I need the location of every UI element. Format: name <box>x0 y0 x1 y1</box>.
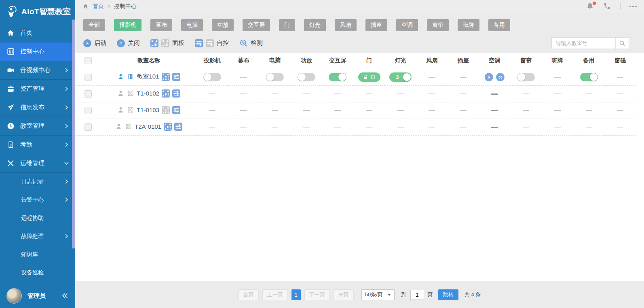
detect-button[interactable]: 检测 <box>239 39 263 47</box>
panel-on-icon[interactable] <box>150 39 158 47</box>
autocontrol-off-icon[interactable] <box>206 39 214 47</box>
jump-button[interactable]: 跳转 <box>438 289 458 300</box>
device-toggle-off[interactable] <box>517 73 535 81</box>
filter-light[interactable]: 灯光 <box>304 19 326 31</box>
row-checkbox[interactable] <box>84 123 92 131</box>
page-size-select[interactable]: 50条/页 <box>361 289 395 300</box>
door-control[interactable] <box>358 72 380 82</box>
ac-stop-button[interactable] <box>496 73 505 81</box>
chevron-down-icon <box>388 294 391 296</box>
chevron-right-icon <box>64 105 70 110</box>
panel-icon[interactable] <box>162 106 170 114</box>
start-button[interactable]: 启动 <box>83 39 106 47</box>
sidebar-item-alarm-center[interactable]: 告警中心 <box>0 191 75 209</box>
close-label: 关闭 <box>128 39 140 47</box>
collapse-sidebar-icon[interactable] <box>61 292 69 300</box>
filter-aircon[interactable]: 空调 <box>396 19 418 31</box>
row-checkbox[interactable] <box>84 74 92 81</box>
app-title: AIoT智慧教室 <box>21 6 71 17</box>
avatar[interactable] <box>6 288 22 304</box>
panel-icon[interactable] <box>162 89 170 98</box>
no-device-dash <box>429 93 435 94</box>
first-page-button[interactable]: 首页 <box>239 289 259 300</box>
device-toggle-on[interactable] <box>580 73 598 81</box>
panel-mode-group[interactable]: 面板 <box>150 39 184 47</box>
filter-curtain[interactable]: 窗帘 <box>427 19 449 31</box>
filter-screen[interactable]: 幕布 <box>150 19 172 31</box>
sidebar-item-asset-management[interactable]: 资产管理 <box>0 79 75 98</box>
prev-page-button[interactable]: 上一页 <box>262 289 288 300</box>
sidebar-item-ops-management[interactable]: 运维管理 <box>0 154 75 172</box>
sidebar-scrollbar[interactable] <box>72 19 75 249</box>
room-name[interactable]: 教室101 <box>137 73 159 81</box>
select-all-checkbox[interactable] <box>84 57 92 64</box>
column-header: 电脑 <box>259 53 291 69</box>
row-checkbox[interactable] <box>84 90 92 98</box>
search-icon[interactable] <box>615 38 629 49</box>
panel-icon[interactable] <box>164 123 172 131</box>
filter-amplifier[interactable]: 功放 <box>212 19 234 31</box>
total-count: 共 4 条 <box>465 291 481 298</box>
filter-all[interactable]: 全部 <box>83 19 105 31</box>
sidebar-item-knowledge-base[interactable]: 知识库 <box>0 245 75 263</box>
room-name[interactable]: T1-0102 <box>137 90 159 97</box>
logo-icon <box>4 4 19 19</box>
current-page[interactable]: 1 <box>291 289 301 300</box>
sidebar-item-remote-assist[interactable]: 远程协助 <box>0 209 75 227</box>
ac-start-button[interactable] <box>485 73 493 81</box>
notification-bell-icon[interactable] <box>586 2 594 11</box>
room-name[interactable]: T1-0103 <box>137 106 159 113</box>
autocontrol-icon[interactable] <box>172 89 180 98</box>
column-header: 功放 <box>291 53 322 69</box>
last-page-button[interactable]: 末页 <box>334 289 354 300</box>
filter-class-sign[interactable]: 班牌 <box>458 19 479 31</box>
sidebar-item-attendance[interactable]: 考勤 <box>0 135 75 154</box>
no-device-dash <box>272 127 278 127</box>
doc-icon <box>6 141 15 149</box>
sidebar-item-control-center[interactable]: 控制中心 <box>0 42 75 61</box>
breadcrumb-home-link[interactable]: 首页 <box>93 3 104 10</box>
phone-icon[interactable] <box>603 2 611 11</box>
light-control[interactable]: 3 <box>389 72 412 82</box>
device-toggle-off[interactable] <box>298 73 315 81</box>
room-name[interactable]: T2A-0101 <box>135 123 161 130</box>
no-device-dash <box>586 127 592 127</box>
filter-projector[interactable]: 投影机 <box>114 19 141 31</box>
panel-icon[interactable] <box>162 73 170 81</box>
autocontrol-group[interactable]: 自控 <box>195 39 229 47</box>
autocontrol-on-icon[interactable] <box>195 39 203 47</box>
chevron-right-icon <box>64 234 70 239</box>
close-button[interactable]: 关闭 <box>117 39 140 47</box>
search-input[interactable] <box>552 40 615 46</box>
filter-socket[interactable]: 插座 <box>365 19 387 31</box>
sidebar-item-home[interactable]: 首页 <box>0 23 75 42</box>
filter-computer[interactable]: 电脑 <box>181 19 203 31</box>
no-device-dash <box>209 110 215 111</box>
app-logo: AIoT智慧教室 <box>0 0 75 23</box>
sidebar-item-log-records[interactable]: 日志记录 <box>0 172 75 191</box>
row-checkbox[interactable] <box>84 107 92 114</box>
device-toggle-off[interactable] <box>266 73 284 81</box>
sidebar-item-fault-handling[interactable]: 故障处理 <box>0 227 75 245</box>
sidebar-item-device-inspection[interactable]: 设备巡检 <box>0 263 75 282</box>
column-header: 窗帘 <box>510 53 542 69</box>
next-page-button[interactable]: 下一页 <box>304 289 330 300</box>
device-toggle-off[interactable] <box>203 73 221 81</box>
filter-interactive-screen[interactable]: 交互屏 <box>243 19 270 31</box>
no-device-dash <box>617 110 623 111</box>
autocontrol-icon[interactable] <box>172 73 180 81</box>
sidebar-item-info-publish[interactable]: 信息发布 <box>0 98 75 117</box>
no-device-dash <box>523 127 529 127</box>
autocontrol-icon[interactable] <box>174 123 182 131</box>
no-device-dash <box>397 127 404 127</box>
filter-fan[interactable]: 风扇 <box>335 19 357 31</box>
filter-backup[interactable]: 备用 <box>488 19 510 31</box>
jump-page-input[interactable] <box>410 290 424 300</box>
sidebar-item-av-center[interactable]: 音视频中心 <box>0 61 75 79</box>
more-options-icon[interactable] <box>629 2 637 11</box>
autocontrol-icon[interactable] <box>172 106 180 114</box>
panel-off-icon[interactable] <box>161 39 169 47</box>
filter-door[interactable]: 门 <box>279 19 295 31</box>
sidebar-item-classroom-management[interactable]: 教室管理 <box>0 117 75 135</box>
device-toggle-on[interactable] <box>329 73 346 81</box>
